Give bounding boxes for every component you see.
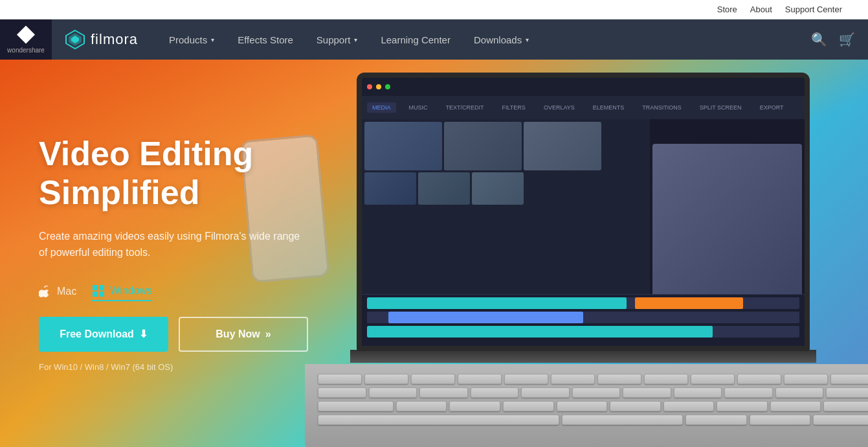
- nav-downloads[interactable]: Downloads ▾: [462, 19, 540, 60]
- nav-links: Products ▾ Effects Store Support ▾ Learn…: [157, 19, 811, 60]
- cart-button[interactable]: 🛒: [839, 32, 855, 47]
- keyboard-key: [597, 374, 641, 384]
- wondershare-logo[interactable]: wondershare: [0, 19, 52, 60]
- keyboard-key: [737, 374, 781, 384]
- nav-products[interactable]: Products ▾: [157, 19, 226, 60]
- nav-learning-center[interactable]: Learning Center: [369, 19, 462, 60]
- media-thumb: [472, 172, 524, 205]
- keyboard-key: [685, 415, 747, 425]
- os-tab-mac[interactable]: Mac: [39, 284, 76, 301]
- free-download-button[interactable]: Free Download ⬇: [39, 317, 168, 352]
- keyboard-key: [775, 387, 824, 398]
- about-link[interactable]: About: [750, 5, 772, 14]
- text-tab[interactable]: TEXT/CREDIT: [441, 102, 489, 113]
- keyboard-key: [674, 387, 722, 398]
- keyboard-key: [504, 374, 548, 384]
- wondershare-label: wondershare: [7, 47, 45, 54]
- store-link[interactable]: Store: [717, 5, 737, 14]
- os-tabs: Mac Windows: [39, 284, 395, 301]
- hero-buttons: Free Download ⬇ Buy Now »: [39, 317, 395, 352]
- export-tab[interactable]: EXPORT: [755, 102, 789, 113]
- os-tab-windows[interactable]: Windows: [92, 284, 152, 301]
- transitions-tab[interactable]: TRANSITIONS: [637, 102, 687, 113]
- keyboard-key: [770, 401, 821, 411]
- media-thumb: [524, 122, 601, 170]
- hero-subtitle: Create amazing videos easily using Filmo…: [39, 228, 311, 261]
- nav-effects-store[interactable]: Effects Store: [226, 19, 305, 60]
- top-bar: Store About Support Center: [0, 0, 868, 19]
- keyboard-key: [724, 387, 773, 398]
- keyboard-key: [826, 387, 868, 398]
- hero-title: Video Editing Simplified: [39, 135, 395, 212]
- wondershare-diamond-icon: [17, 26, 35, 44]
- keyboard-key: [557, 401, 608, 411]
- keyboard-key: [830, 374, 868, 384]
- main-nav: wondershare filmora Products ▾ Effects S…: [0, 19, 868, 60]
- mac-icon: [39, 285, 52, 298]
- svg-rect-6: [99, 292, 104, 297]
- filmora-icon: [65, 29, 85, 50]
- keyboard-key: [623, 387, 671, 398]
- chevron-down-icon: ▾: [354, 36, 357, 43]
- search-button[interactable]: 🔍: [811, 32, 827, 47]
- keyboard-key: [572, 387, 621, 398]
- hero-section: MEDIA MUSIC TEXT/CREDIT FILTERS OVERLAYS…: [0, 60, 868, 447]
- hero-note: For Win10 / Win8 / Win7 (64 bit OS): [39, 362, 395, 372]
- chevron-down-icon: ▾: [526, 36, 529, 43]
- keyboard-key: [717, 401, 768, 411]
- hero-content: Video Editing Simplified Create amazing …: [0, 60, 434, 447]
- svg-rect-4: [99, 285, 104, 290]
- filmora-brand[interactable]: filmora: [65, 29, 138, 50]
- keyboard-key: [823, 401, 868, 411]
- keyboard-key: [503, 401, 554, 411]
- chevron-down-icon: ▾: [211, 36, 214, 43]
- keyboard-key: [521, 387, 570, 398]
- keyboard-key: [449, 401, 500, 411]
- split-tab[interactable]: SPLIT SCREEN: [695, 102, 747, 113]
- svg-rect-5: [93, 292, 98, 297]
- svg-rect-3: [93, 285, 98, 290]
- filmora-text: filmora: [91, 31, 138, 48]
- keyboard-key: [610, 401, 661, 411]
- keyboard-key: [458, 374, 502, 384]
- keyboard-key: [471, 387, 519, 398]
- keyboard-key: [784, 374, 828, 384]
- keyboard-key: [750, 415, 811, 425]
- elements-tab[interactable]: ELEMENTS: [588, 102, 630, 113]
- keyboard-key: [813, 415, 868, 425]
- buy-now-button[interactable]: Buy Now »: [179, 317, 308, 352]
- windows-icon: [92, 284, 105, 297]
- media-thumb: [444, 122, 522, 170]
- keyboard-key: [691, 374, 735, 384]
- keyboard-key: [551, 374, 595, 384]
- overlays-tab[interactable]: OVERLAYS: [539, 102, 580, 113]
- support-center-link[interactable]: Support Center: [785, 5, 842, 14]
- filters-tab[interactable]: FILTERS: [497, 102, 531, 113]
- keyboard-key: [663, 401, 715, 411]
- keyboard-key: [562, 415, 683, 425]
- keyboard-key: [644, 374, 688, 384]
- nav-support[interactable]: Support ▾: [305, 19, 370, 60]
- nav-icons: 🔍 🛒: [811, 32, 855, 47]
